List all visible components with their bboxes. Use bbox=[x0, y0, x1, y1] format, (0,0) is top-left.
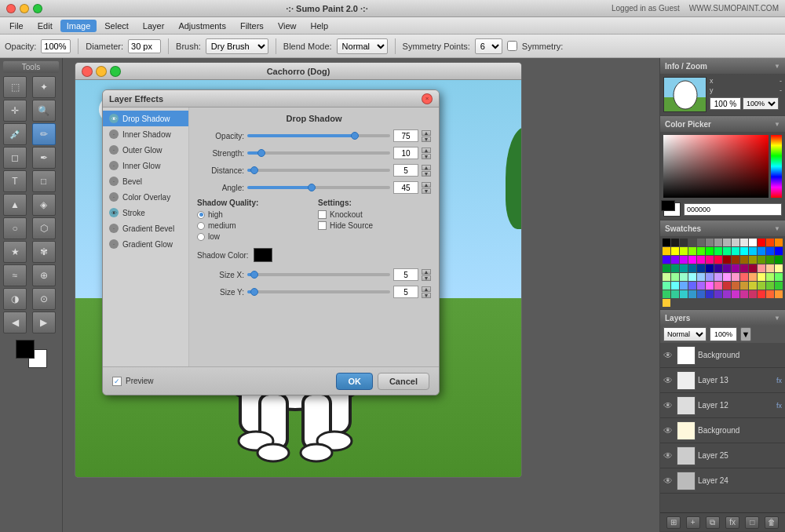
knockout-checkbox[interactable] bbox=[318, 210, 327, 219]
layer-eye-icon[interactable]: 👁 bbox=[663, 425, 674, 436]
swatch-item[interactable] bbox=[714, 290, 722, 298]
menu-file[interactable]: File bbox=[3, 20, 30, 32]
size-x-slider-thumb[interactable] bbox=[250, 271, 258, 279]
swatch-item[interactable] bbox=[740, 290, 748, 298]
distance-slider[interactable] bbox=[247, 169, 390, 172]
effect-bevel[interactable]: · Bevel bbox=[103, 173, 188, 189]
swatch-item[interactable] bbox=[714, 273, 722, 281]
effect-stroke-eye[interactable]: 👁 bbox=[109, 208, 119, 217]
swatch-item[interactable] bbox=[688, 247, 696, 255]
effect-drop-shadow-eye[interactable]: 👁 bbox=[109, 114, 119, 123]
minimize-button[interactable] bbox=[20, 4, 29, 13]
tool-arrow-left[interactable]: ◀ bbox=[3, 312, 27, 333]
tool-smudge[interactable]: ≈ bbox=[3, 264, 27, 286]
swatch-item[interactable] bbox=[740, 264, 748, 272]
swatch-item[interactable] bbox=[706, 290, 714, 298]
swatch-item[interactable] bbox=[766, 256, 774, 264]
swatch-item[interactable] bbox=[663, 247, 670, 255]
layers-header[interactable]: Layers ▼ bbox=[660, 310, 785, 326]
menu-adjustments[interactable]: Adjustments bbox=[172, 20, 232, 32]
menu-help[interactable]: Help bbox=[305, 20, 335, 32]
swatch-item[interactable] bbox=[766, 247, 774, 255]
swatch-item[interactable] bbox=[706, 256, 714, 264]
swatch-item[interactable] bbox=[775, 282, 783, 290]
close-button[interactable] bbox=[6, 4, 16, 13]
swatch-item[interactable] bbox=[749, 264, 757, 272]
swatch-item[interactable] bbox=[775, 239, 783, 246]
effect-gradient-bevel-eye[interactable]: · bbox=[109, 224, 119, 233]
menu-filters[interactable]: Filters bbox=[234, 20, 270, 32]
swatch-item[interactable] bbox=[663, 256, 670, 264]
strength-value[interactable]: 10 bbox=[393, 147, 418, 159]
swatch-item[interactable] bbox=[723, 264, 731, 272]
tool-move[interactable]: ✛ bbox=[3, 100, 27, 122]
effect-stroke[interactable]: 👁 Stroke bbox=[103, 205, 188, 220]
swatch-item[interactable] bbox=[732, 247, 739, 255]
swatch-item[interactable] bbox=[732, 290, 739, 298]
strength-slider-thumb[interactable] bbox=[257, 149, 265, 157]
effect-gradient-glow-eye[interactable]: · bbox=[109, 239, 119, 249]
doc-minimize-btn[interactable] bbox=[96, 66, 107, 77]
layer-eye-icon[interactable]: 👁 bbox=[663, 350, 674, 361]
swatch-item[interactable] bbox=[740, 282, 748, 290]
layers-blend-mode[interactable]: Normal bbox=[663, 327, 706, 341]
effect-inner-glow-eye[interactable]: · bbox=[109, 161, 119, 170]
opacity-slider-thumb[interactable] bbox=[351, 132, 359, 140]
layer-item[interactable]: 👁Background bbox=[660, 343, 785, 368]
angle-slider[interactable] bbox=[247, 186, 390, 189]
swatch-item[interactable] bbox=[749, 256, 757, 264]
layer-item[interactable]: 👁Layer 25 bbox=[660, 443, 785, 468]
new-layer-button[interactable]: + bbox=[686, 516, 700, 529]
effect-color-overlay[interactable]: · Color Overlay bbox=[103, 189, 188, 205]
swatch-item[interactable] bbox=[663, 290, 670, 298]
effect-outer-glow-eye[interactable]: · bbox=[109, 145, 119, 155]
swatch-item[interactable] bbox=[671, 264, 679, 272]
swatch-item[interactable] bbox=[688, 239, 696, 246]
tool-zoom[interactable]: 🔍 bbox=[32, 100, 56, 122]
swatch-item[interactable] bbox=[680, 247, 688, 255]
swatch-item[interactable] bbox=[671, 282, 679, 290]
effect-inner-shadow[interactable]: · Inner Shadow bbox=[103, 126, 188, 142]
swatch-item[interactable] bbox=[663, 282, 670, 290]
swatch-item[interactable] bbox=[775, 273, 783, 281]
tool-shape[interactable]: □ bbox=[32, 170, 56, 192]
swatch-item[interactable] bbox=[723, 273, 731, 281]
opacity-input[interactable] bbox=[41, 39, 71, 53]
swatch-item[interactable] bbox=[688, 256, 696, 264]
color-hue-strip[interactable] bbox=[771, 135, 782, 198]
strength-slider[interactable] bbox=[247, 151, 390, 155]
menu-view[interactable]: View bbox=[272, 20, 303, 32]
color-gradient[interactable] bbox=[663, 135, 769, 198]
swatch-item[interactable] bbox=[671, 256, 679, 264]
swatch-item[interactable] bbox=[663, 239, 670, 246]
swatch-item[interactable] bbox=[688, 290, 696, 298]
size-y-down[interactable]: ▼ bbox=[422, 293, 431, 298]
tool-brush[interactable]: ✏ bbox=[32, 123, 56, 145]
effect-bevel-eye[interactable]: · bbox=[109, 177, 119, 186]
doc-zoom-btn[interactable] bbox=[110, 66, 121, 77]
quality-low-radio[interactable] bbox=[197, 233, 205, 241]
swatch-item[interactable] bbox=[766, 282, 774, 290]
swatch-item[interactable] bbox=[766, 290, 774, 298]
distance-up[interactable]: ▲ bbox=[422, 165, 431, 170]
swatch-item[interactable] bbox=[732, 256, 739, 264]
swatch-item[interactable] bbox=[775, 256, 783, 264]
swatch-item[interactable] bbox=[680, 264, 688, 272]
swatch-item[interactable] bbox=[758, 247, 765, 255]
opacity-down[interactable]: ▼ bbox=[422, 137, 431, 142]
swatch-item[interactable] bbox=[714, 239, 722, 246]
layer-eye-icon[interactable]: 👁 bbox=[663, 400, 674, 411]
swatch-item[interactable] bbox=[758, 264, 765, 272]
layer-item[interactable]: 👁Layer 24 bbox=[660, 468, 785, 494]
doc-close-btn[interactable] bbox=[82, 66, 93, 77]
layer-item[interactable]: 👁Layer 13fx bbox=[660, 368, 785, 393]
layers-opacity[interactable] bbox=[710, 327, 737, 341]
swatch-item[interactable] bbox=[663, 299, 670, 307]
swatch-item[interactable] bbox=[671, 273, 679, 281]
swatch-item[interactable] bbox=[680, 256, 688, 264]
strength-down[interactable]: ▼ bbox=[422, 154, 431, 159]
swatch-item[interactable] bbox=[723, 256, 731, 264]
tool-ellipse[interactable]: ○ bbox=[3, 217, 27, 239]
opacity-slider[interactable] bbox=[247, 134, 390, 137]
cancel-button[interactable]: Cancel bbox=[378, 373, 429, 390]
